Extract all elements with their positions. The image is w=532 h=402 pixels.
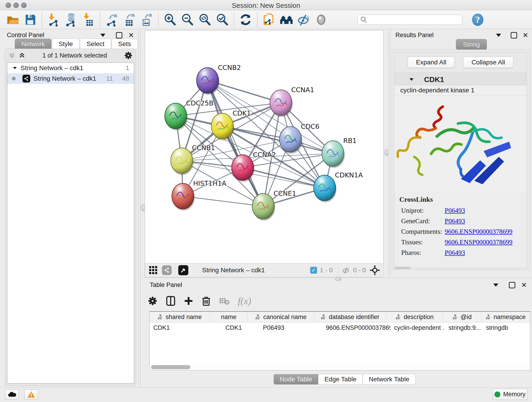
network-edge-CCNE1-HIST1H1A[interactable] [183,196,263,206]
cell-canonical-name[interactable]: P06493 [259,322,322,333]
tab-string[interactable]: String [456,39,487,50]
import-network-icon[interactable] [46,13,61,27]
column-header-id[interactable]: @id [443,312,481,322]
tab-network-table[interactable]: Network Table [363,374,416,385]
search-input[interactable] [368,16,462,23]
fit-selected-icon[interactable] [370,265,380,275]
panel-close-icon[interactable]: ✕ [128,33,134,38]
column-header-shared-name[interactable]: shared name [150,312,210,322]
expand-all-button[interactable]: Expand All [408,57,455,68]
network-overview-icon[interactable] [162,265,172,275]
tab-style[interactable]: Style [52,38,80,50]
warnings-button[interactable] [24,389,38,400]
uniprot-link[interactable]: P06493 [445,207,465,214]
panel-close-icon[interactable]: ✕ [521,283,527,288]
network-node-CCNB2[interactable] [196,68,220,95]
zoom-selected-icon[interactable] [215,13,229,27]
collection-disclosure-icon[interactable] [13,67,17,69]
cytoscape-cloud-button[interactable] [5,389,19,400]
save-session-icon[interactable] [23,13,37,27]
network-node-CCNA1[interactable] [270,90,293,117]
open-session-icon[interactable] [6,13,20,27]
export-table-icon[interactable] [122,13,136,27]
tab-node-table[interactable]: Node Table [273,374,318,385]
tab-edge-table[interactable]: Edge Table [318,374,363,385]
network-node-CDKN1A[interactable] [314,175,336,202]
genecard-link[interactable]: P06493 [445,217,465,225]
column-header-description[interactable]: description [386,312,443,322]
tissues-link[interactable]: 9606.ENSP00000378699 [445,238,513,246]
panel-float-icon[interactable] [509,282,515,288]
cell-shared-name[interactable]: CDK1 [150,322,207,333]
protein-header-row[interactable]: CDK1 [394,74,527,85]
first-neighbors-icon[interactable] [279,13,293,27]
show-all-icon[interactable] [314,13,328,27]
network-edge-CCNB2-CCNE1[interactable] [208,80,263,206]
zoom-out-icon[interactable] [180,13,195,27]
delete-table-icon[interactable] [219,297,230,305]
collapse-all-button[interactable]: Collapse All [463,57,513,68]
network-node-CCNA2[interactable] [232,155,254,182]
column-header-database-identifier[interactable]: database identifier [314,312,386,322]
panel-splitter-left[interactable] [139,30,141,387]
column-header-canonical-name[interactable]: canonical name [248,312,314,322]
network-node-CCNE1[interactable] [252,193,275,221]
column-header-namespace[interactable]: namespace [481,312,530,322]
cell-id[interactable]: stringdb:9... [445,322,482,333]
panel-splitter-right[interactable] [388,30,390,279]
import-network-database-icon[interactable] [64,13,78,27]
panel-collapse-icon[interactable] [100,34,105,37]
export-network-icon[interactable] [105,13,119,27]
hide-selected-icon[interactable] [297,13,311,27]
panel-close-icon[interactable]: ✕ [523,33,528,38]
network-collection-row[interactable]: String Network – cdk1 1 [7,63,134,73]
column-header-name[interactable]: name [210,312,248,322]
protein-name: CDK1 [424,75,444,84]
network-node-RB1[interactable] [322,141,345,168]
network-options-gear-icon[interactable] [124,51,133,60]
table-row[interactable]: CDK1 CDK1 P06493 9606.ENSP00000378699 cy… [150,322,530,333]
selected-indicator-checkbox[interactable]: ✓ [310,267,317,274]
network-canvas[interactable]: CCNB2CCNA1CDC25BCDK1CDC6RB1CCNB1CCNA2CDK… [145,31,383,263]
scrollbar-thumb[interactable] [151,365,190,369]
network-view-title: String Network – cdk1 [202,267,265,274]
export-image-icon[interactable] [139,13,154,27]
network-node-CDK1[interactable] [211,113,234,140]
birds-eye-view-icon[interactable] [178,265,188,275]
import-table-icon[interactable] [81,13,95,27]
panel-collapse-icon[interactable] [496,34,501,37]
hidden-indicator-icon[interactable] [342,266,351,274]
show-columns-icon[interactable] [166,296,176,306]
cell-namespace[interactable]: stringdb [482,322,530,333]
tab-select[interactable]: Select [80,38,111,50]
tab-network[interactable]: Network [15,38,51,50]
grid-view-icon[interactable] [149,266,158,275]
expand-all-icon[interactable] [19,52,25,59]
cell-name[interactable]: CDK1 [207,322,259,333]
network-row[interactable]: String Network – cdk1 11 48 [7,73,134,84]
protein-disclosure-icon[interactable] [409,78,413,81]
zoom-fit-icon[interactable] [198,13,212,27]
new-network-from-selection-icon[interactable] [262,13,276,27]
memory-button[interactable]: Memory [493,389,527,400]
panel-float-icon[interactable] [116,32,122,38]
create-column-icon[interactable] [184,296,193,306]
cell-database-identifier[interactable]: 9606.ENSP00000378699 [322,322,390,333]
help-button[interactable]: ? [472,13,483,26]
cell-description[interactable]: cyclin-dependent ... [390,322,445,333]
apply-layout-icon[interactable] [239,13,253,27]
network-node-CCNB1[interactable] [171,148,194,175]
pharos-link[interactable]: P06493 [445,249,465,256]
network-node-HIST1H1A[interactable] [172,183,195,211]
table-options-gear-icon[interactable] [147,296,158,306]
apply-function-icon[interactable]: f(x) [238,295,251,306]
results-scrollbar-thumb[interactable] [394,267,411,269]
panel-float-icon[interactable] [511,32,517,38]
delete-column-icon[interactable] [202,296,211,306]
table-horizontal-scrollbar[interactable] [150,365,529,370]
tab-sets[interactable]: Sets [112,38,138,50]
collapse-all-icon[interactable] [8,52,15,59]
compartments-link[interactable]: 9606.ENSP00000378699 [445,228,513,235]
zoom-in-icon[interactable] [163,13,177,27]
panel-collapse-icon[interactable] [493,283,498,287]
